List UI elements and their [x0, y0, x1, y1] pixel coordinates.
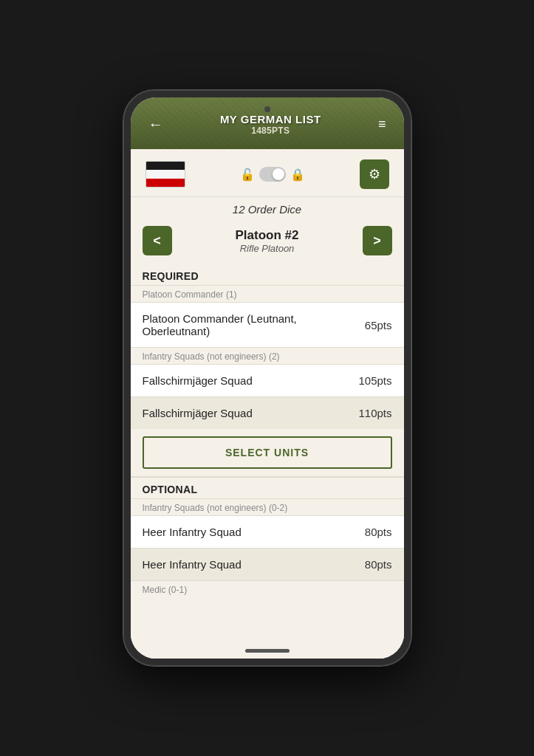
platoon-name: Platoon #2	[236, 228, 299, 243]
unit-pts: 80pts	[365, 558, 392, 571]
unit-name: Heer Infantry Squad	[143, 526, 242, 538]
select-units-button[interactable]: SELECT UNITS	[143, 436, 392, 469]
units-list: REQUIRED Platoon Commander (1) Platoon C…	[131, 264, 404, 659]
infantry-squads-subsection-label: Infantry Squads (not engineers) (2)	[131, 347, 404, 364]
next-platoon-button[interactable]: >	[363, 226, 392, 255]
german-flag	[146, 161, 185, 188]
header-title: MY GERMAN LIST	[220, 113, 321, 126]
platoon-commander-subsection-label: Platoon Commander (1)	[131, 285, 404, 302]
table-row[interactable]: Heer Infantry Squad 80pts	[131, 515, 404, 548]
unit-name: Platoon Commander (Leutnant, Oberleutnan…	[143, 312, 365, 337]
lock-closed-icon: 🔒	[290, 168, 305, 182]
back-button[interactable]: ←	[143, 113, 169, 136]
unit-pts: 110pts	[358, 407, 391, 419]
phone-frame: ← MY GERMAN LIST 1485PTS ≡	[123, 90, 411, 666]
header-title-block: MY GERMAN LIST 1485PTS	[220, 113, 321, 136]
prev-platoon-button[interactable]: <	[143, 226, 172, 255]
medic-subsection-label: Medic (0-1)	[131, 580, 404, 597]
unit-pts: 105pts	[358, 374, 391, 387]
toggle-knob	[273, 168, 284, 180]
toggle-switch[interactable]	[259, 167, 286, 182]
flag-stripe-red	[146, 179, 185, 187]
gear-icon: ⚙	[369, 166, 380, 182]
unit-name: Fallschirmjäger Squad	[143, 407, 253, 419]
table-row[interactable]: Heer Infantry Squad 80pts	[131, 548, 404, 580]
header-subtitle: 1485PTS	[220, 126, 321, 136]
order-dice: 12 Order Dice	[131, 197, 404, 221]
table-row[interactable]: Fallschirmjäger Squad 105pts	[131, 364, 404, 396]
lock-toggle[interactable]: 🔓 🔒	[240, 167, 305, 182]
required-label: REQUIRED	[131, 264, 404, 285]
unit-name: Fallschirmjäger Squad	[143, 374, 253, 387]
platoon-info: Platoon #2 Rifle Platoon	[236, 228, 299, 254]
flag-stripe-black	[146, 162, 185, 170]
unit-name: Heer Infantry Squad	[143, 558, 242, 571]
content-area: 🔓 🔒 ⚙ 12 Order Dice < Platoon #2	[131, 149, 404, 659]
table-row[interactable]: Platoon Commander (Leutnant, Oberleutnan…	[131, 302, 404, 347]
settings-button[interactable]: ⚙	[360, 159, 389, 189]
optional-section: OPTIONAL Infantry Squads (not engineers)…	[131, 476, 404, 597]
lock-open-icon: 🔓	[240, 168, 255, 182]
phone-screen: ← MY GERMAN LIST 1485PTS ≡	[131, 97, 404, 659]
platoon-type: Rifle Platoon	[236, 243, 299, 254]
flag-stripe-white	[146, 170, 185, 178]
platoon-nav: < Platoon #2 Rifle Platoon >	[131, 221, 404, 264]
menu-button[interactable]: ≡	[372, 114, 392, 135]
unit-pts: 65pts	[365, 319, 392, 331]
optional-label: OPTIONAL	[131, 478, 404, 498]
unit-pts: 80pts	[365, 526, 392, 538]
table-row[interactable]: Fallschirmjäger Squad 110pts	[131, 396, 404, 429]
top-controls: 🔓 🔒 ⚙	[131, 149, 404, 197]
optional-infantry-squads-label: Infantry Squads (not engineers) (0-2)	[131, 498, 404, 515]
app-header: ← MY GERMAN LIST 1485PTS ≡	[131, 97, 404, 149]
